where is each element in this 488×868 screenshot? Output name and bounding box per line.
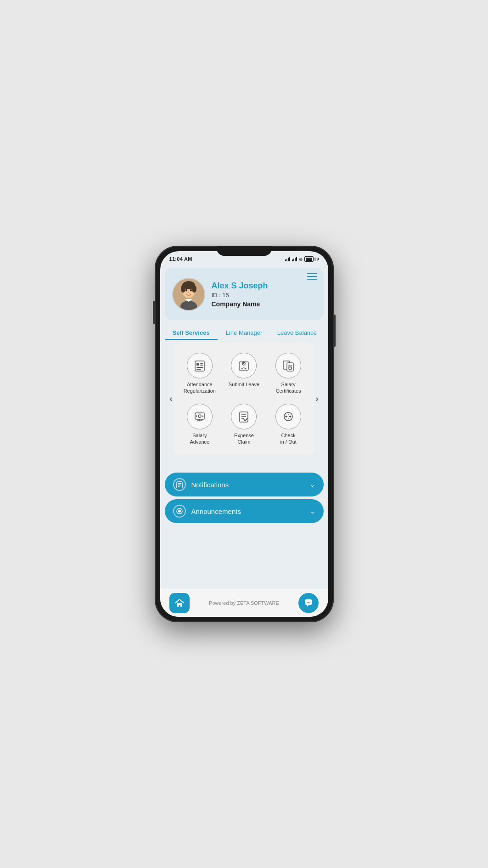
user-id: ID : 15 [212,292,316,299]
salary-cert-icon [275,353,301,378]
svg-point-26 [202,415,203,417]
signal-icon [285,257,290,261]
svg-point-24 [198,415,201,417]
svg-rect-9 [196,363,199,366]
svg-rect-10 [200,363,203,364]
tabs-row: Self Services Line Manager Leave Balance [160,324,328,341]
services-card: AttendanceRegularization [174,343,314,455]
avatar [172,278,205,311]
powered-by: Powered by ZETA SOFTWARE [209,600,279,606]
user-name: Alex S Joseph [212,281,316,291]
menu-line-1 [307,273,317,274]
svg-point-4 [192,285,196,293]
check-in-out-label: Checkin / Out [280,432,296,445]
salary-cert-label: SalaryCertificates [276,381,301,395]
svg-rect-12 [196,367,203,368]
service-salary-cert[interactable]: SalaryCertificates [267,350,310,397]
submit-leave-icon [231,353,257,378]
battery-level: 29 [314,257,319,261]
service-salary-advance[interactable]: SalaryAdvance [179,401,221,448]
announcements-section: Announcements ⌄ [160,499,328,523]
svg-rect-29 [240,412,248,422]
notifications-section: Notifications ⌄ [160,473,328,496]
battery-indicator: 29 [304,256,319,262]
phone-notch [217,246,272,256]
check-in-out-icon [275,404,301,429]
footer-bar: Powered by ZETA SOFTWARE [160,589,328,617]
service-check-in-out[interactable]: Checkin / Out [267,401,310,448]
svg-point-3 [181,285,185,293]
header-card: Alex S Joseph ID : 15 Company Name [165,268,324,320]
service-attendance[interactable]: AttendanceRegularization [179,350,221,397]
carousel-next-button[interactable]: › [312,394,323,405]
service-submit-leave[interactable]: Submit Leave [223,350,265,397]
notifications-label: Notifications [191,481,304,489]
status-time: 11:04 AM [169,256,192,262]
signal-icon-2 [292,257,297,261]
services-carousel: ‹ [160,343,328,455]
svg-rect-11 [200,365,203,366]
user-company: Company Name [212,300,316,308]
salary-advance-label: SalaryAdvance [190,432,209,445]
attendance-icon [187,353,213,378]
svg-rect-43 [179,605,180,607]
svg-point-6 [190,289,192,292]
announcements-icon [173,505,186,518]
user-details: Alex S Joseph ID : 15 Company Name [212,281,316,308]
submit-leave-label: Submit Leave [229,381,259,388]
attendance-label: AttendanceRegularization [184,381,216,395]
svg-point-41 [179,511,180,512]
carousel-prev-button[interactable]: ‹ [166,394,177,405]
menu-line-2 [307,276,317,277]
salary-advance-icon [187,404,213,429]
chat-button[interactable] [298,593,319,613]
content-spacer [160,526,328,589]
services-grid: AttendanceRegularization [179,350,310,448]
screen-content: Alex S Joseph ID : 15 Company Name Self … [160,264,328,589]
expense-claim-label: ExpenseClaim [234,432,254,445]
svg-point-46 [309,602,310,603]
menu-line-3 [307,279,317,280]
announcements-label: Announcements [191,507,304,515]
spacer [160,459,328,473]
svg-point-5 [185,289,187,292]
tab-self-services[interactable]: Self Services [165,327,218,340]
user-info: Alex S Joseph ID : 15 Company Name [172,278,316,311]
wifi-icon: ⊜ [299,257,303,262]
service-expense-claim[interactable]: ExpenseClaim [223,401,265,448]
expense-claim-icon [231,404,257,429]
home-button[interactable] [169,593,190,613]
svg-point-45 [308,602,309,603]
announcements-chevron: ⌄ [310,507,315,515]
menu-button[interactable] [307,273,317,280]
notifications-button[interactable]: Notifications ⌄ [165,473,324,496]
tab-line-manager[interactable]: Line Manager [218,327,270,340]
svg-point-25 [196,415,197,417]
status-icons: ⊜ 29 [285,256,319,262]
svg-rect-13 [196,369,201,370]
notifications-chevron: ⌄ [310,481,315,488]
tab-leave-balance[interactable]: Leave Balance [270,327,323,340]
svg-point-44 [307,602,308,603]
notifications-icon [173,478,186,491]
announcements-button[interactable]: Announcements ⌄ [165,499,324,523]
phone-screen: 11:04 AM ⊜ [160,251,328,617]
phone-frame: 11:04 AM ⊜ [155,246,334,622]
